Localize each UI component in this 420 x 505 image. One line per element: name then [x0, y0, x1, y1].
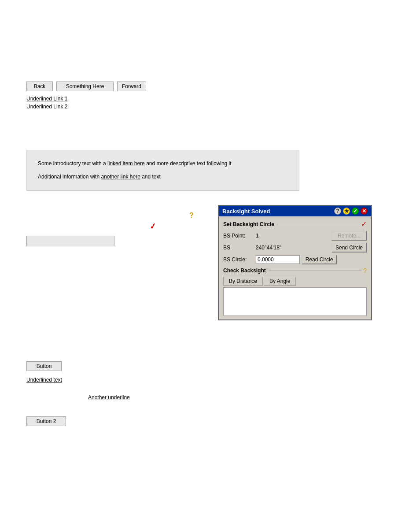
bottom-link-2[interactable]: Another underline — [88, 394, 130, 401]
section-check-icon: ✓ — [361, 220, 367, 228]
gray-line2-suffix: and text — [142, 174, 161, 180]
check-bs-label: Check Backsight — [223, 267, 269, 274]
read-circle-button[interactable]: Read Circle — [302, 255, 337, 264]
check-bs-divider — [269, 271, 362, 271]
check-bs-tabs: By Distance By Angle — [223, 277, 367, 286]
set-bs-circle-header: Set Backsight Circle ✓ — [223, 220, 367, 228]
bs-point-row: BS Point: 1 Remote... — [223, 231, 367, 241]
gray-box-line2: Additional information with another link… — [38, 172, 288, 182]
check-backsight-section: Check Backsight ? By Distance By Angle — [223, 267, 367, 316]
bottom-link-1[interactable]: Underlined text — [26, 377, 62, 383]
bs-row: BS 240°44'18" Send Circle — [223, 243, 367, 252]
gray-line1-prefix: Some introductory text with a — [38, 160, 107, 167]
bs-value: 240°44'18" — [256, 245, 330, 251]
gray-line2-prefix: Additional information with — [38, 174, 101, 180]
top-button-row: Back Something Here Forward — [26, 82, 146, 91]
titlebar-close-icon[interactable]: ✕ — [361, 208, 368, 215]
by-angle-tab[interactable]: By Angle — [264, 277, 296, 286]
forward-button[interactable]: Forward — [117, 82, 146, 91]
top-link-1[interactable]: Underlined Link 1 — [26, 96, 146, 102]
bs-label: BS — [223, 245, 254, 251]
titlebar-check-icon[interactable]: ✓ — [352, 208, 359, 215]
bs-point-value: 1 — [256, 233, 330, 239]
checkmark-icon: ✓ — [149, 221, 157, 232]
section-divider-line — [277, 224, 359, 224]
titlebar-star-icon[interactable]: ★ — [343, 208, 350, 215]
send-circle-button[interactable]: Send Circle — [332, 243, 367, 252]
dialog-body: Set Backsight Circle ✓ BS Point: 1 Remot… — [219, 216, 371, 319]
check-bs-content-area — [223, 287, 367, 316]
gray-info-box: Some introductory text with a linked ite… — [26, 150, 299, 191]
top-section: Back Something Here Forward Underlined L… — [26, 82, 146, 111]
bottom-button-2[interactable]: Button 2 — [26, 416, 66, 426]
by-distance-tab[interactable]: By Distance — [223, 277, 263, 286]
gray-box-text: Some introductory text with a linked ite… — [38, 159, 288, 182]
dialog-titlebar: Backsight Solved ? ★ ✓ ✕ — [219, 206, 371, 216]
backsight-solved-dialog: Backsight Solved ? ★ ✓ ✕ Set Backsight C… — [218, 205, 372, 320]
bottom-button-1[interactable]: Button — [26, 361, 62, 371]
titlebar-icons: ? ★ ✓ ✕ — [334, 208, 368, 215]
gray-line2-link[interactable]: another link here — [101, 174, 140, 180]
mid-button[interactable]: Something Here — [56, 82, 114, 91]
question-mark-icon: ? — [189, 212, 194, 219]
titlebar-left: Backsight Solved — [222, 208, 270, 215]
gray-line1-suffix: and more descriptive text following it — [146, 160, 231, 167]
set-bs-circle-label: Set Backsight Circle — [223, 221, 277, 227]
bs-circle-row: BS Circle: Read Circle — [223, 255, 367, 264]
titlebar-question-icon[interactable]: ? — [334, 208, 341, 215]
bs-point-label: BS Point: — [223, 233, 254, 239]
bs-circle-input[interactable] — [256, 255, 300, 264]
check-bs-header: Check Backsight ? — [223, 267, 367, 274]
main-input-box[interactable] — [26, 236, 114, 246]
bs-circle-label: BS Circle: — [223, 256, 254, 263]
check-bs-question-icon: ? — [363, 267, 367, 274]
dialog-title: Backsight Solved — [222, 208, 270, 215]
gray-box-line1: Some introductory text with a linked ite… — [38, 159, 288, 169]
back-button[interactable]: Back — [26, 82, 53, 91]
top-link-2[interactable]: Underlined Link 2 — [26, 104, 146, 110]
gray-line1-link[interactable]: linked item here — [107, 160, 145, 167]
remote-button[interactable]: Remote... — [332, 231, 367, 241]
